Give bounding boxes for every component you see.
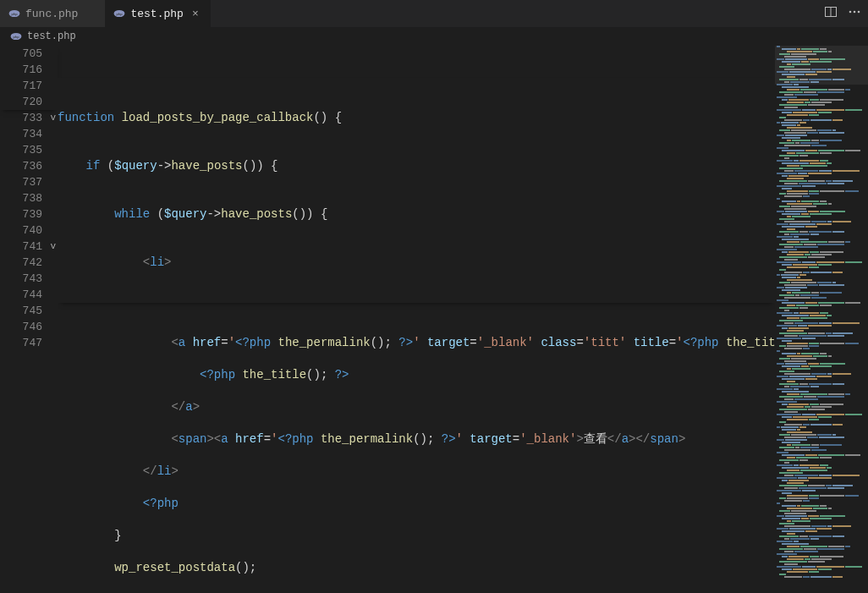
line-number: 737 bbox=[0, 174, 58, 190]
code-line: while ($query->have_posts()) { bbox=[58, 206, 775, 222]
line-number: 734 bbox=[0, 126, 58, 142]
line-number: 717 bbox=[0, 78, 58, 94]
code-area[interactable]: 705 716 717 720 733v 734 735 736 737 738… bbox=[0, 46, 775, 593]
gutter: 705 716 717 720 733v 734 735 736 737 738… bbox=[0, 46, 58, 593]
code-line: if ($query->have_posts()) { bbox=[58, 158, 775, 174]
line-number: 720 bbox=[0, 94, 58, 110]
code-line: <li> bbox=[58, 255, 775, 271]
code-line: } bbox=[58, 528, 775, 544]
code-line: <span><a href='<?php the_permalink(); ?>… bbox=[58, 431, 775, 447]
php-icon: php bbox=[10, 30, 22, 42]
line-number: 747 bbox=[0, 335, 58, 351]
more-actions-icon[interactable] bbox=[848, 5, 861, 22]
breadcrumb-file: test.php bbox=[27, 30, 76, 42]
code-line: </li> bbox=[58, 464, 775, 480]
breadcrumb[interactable]: php test.php bbox=[0, 27, 868, 46]
editor-actions bbox=[824, 5, 868, 22]
svg-text:php: php bbox=[12, 12, 19, 16]
tab-test-php[interactable]: php test.php × bbox=[105, 0, 210, 27]
code-line: function load_posts_by_page_callback() { bbox=[58, 110, 775, 126]
line-number: 740 bbox=[0, 222, 58, 239]
code-line: <?php the_title(); ?> bbox=[58, 367, 775, 383]
line-number: 745 bbox=[0, 303, 58, 319]
svg-text:php: php bbox=[117, 12, 124, 16]
line-number: 733v bbox=[0, 110, 58, 126]
tab-label: test.php bbox=[130, 8, 183, 20]
close-icon[interactable]: × bbox=[189, 8, 202, 20]
minimap[interactable] bbox=[775, 46, 868, 593]
code-lines[interactable]: function load_posts_by_page_callback() {… bbox=[58, 46, 775, 593]
line-number: 738 bbox=[0, 190, 58, 206]
php-icon: php bbox=[113, 8, 125, 19]
svg-point-6 bbox=[849, 11, 852, 14]
code-line: <a href='<?php the_permalink(); ?>' targ… bbox=[58, 335, 775, 351]
php-icon: php bbox=[8, 8, 20, 19]
svg-point-7 bbox=[854, 11, 856, 14]
line-number: 705 bbox=[0, 46, 58, 62]
tab-bar: php func.php × php test.php × bbox=[0, 0, 868, 27]
line-number: 744 bbox=[0, 287, 58, 303]
fold-icon[interactable]: v bbox=[50, 110, 56, 126]
line-number: 741v bbox=[0, 239, 58, 255]
line-number: 739 bbox=[0, 206, 58, 222]
minimap-slider[interactable] bbox=[775, 46, 868, 85]
tab-func-php[interactable]: php func.php × bbox=[0, 0, 105, 27]
fold-icon[interactable]: v bbox=[50, 239, 56, 255]
line-number: 736 bbox=[0, 158, 58, 174]
svg-text:php: php bbox=[14, 34, 20, 38]
code-line: </a> bbox=[58, 399, 775, 415]
line-number: 746 bbox=[0, 319, 58, 335]
split-editor-icon[interactable] bbox=[824, 5, 838, 22]
editor: 705 716 717 720 733v 734 735 736 737 738… bbox=[0, 46, 868, 593]
code-line: <?php bbox=[58, 496, 775, 512]
line-number: 735 bbox=[0, 142, 58, 158]
svg-point-8 bbox=[858, 11, 860, 14]
line-number: 743 bbox=[0, 271, 58, 287]
tab-label: func.php bbox=[25, 8, 78, 20]
code-line: wp_reset_postdata(); bbox=[58, 560, 775, 576]
line-number: 742 bbox=[0, 255, 58, 271]
line-number: 716 bbox=[0, 62, 58, 78]
